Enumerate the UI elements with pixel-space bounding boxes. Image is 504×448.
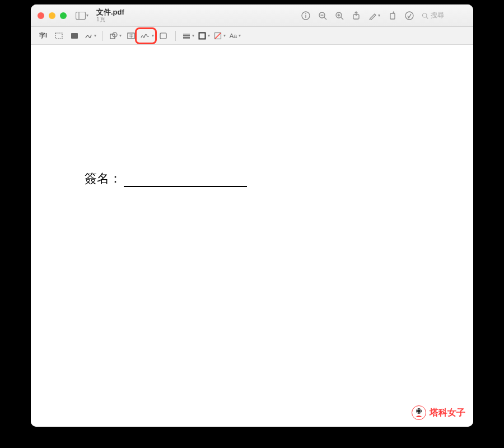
signature-line — [124, 178, 247, 187]
svg-rect-24 — [160, 33, 166, 39]
title-bar: ▾ 文件.pdf 1頁 ▾ — [31, 4, 473, 27]
fill-color-tool[interactable]: ▾ — [213, 30, 226, 42]
chevron-down-icon: ▾ — [223, 33, 226, 38]
chevron-down-icon: ▾ — [119, 33, 122, 38]
text-selection-tool[interactable]: 字I — [36, 30, 50, 42]
rotate-button[interactable] — [388, 11, 397, 20]
svg-line-9 — [341, 17, 343, 20]
svg-line-6 — [324, 17, 326, 20]
svg-rect-14 — [390, 13, 395, 19]
signature-label: 簽名： — [85, 170, 122, 187]
chevron-down-icon: ▾ — [192, 33, 194, 38]
chevron-down-icon: ▾ — [86, 13, 88, 18]
window-controls — [38, 12, 67, 19]
svg-point-31 — [417, 409, 421, 413]
border-color-tool[interactable]: ▾ — [197, 30, 211, 42]
svg-line-17 — [426, 17, 428, 18]
redact-tool[interactable] — [68, 30, 81, 42]
watermark-avatar-icon — [412, 405, 426, 420]
toolbar-right-group: ▾ 搜尋 — [301, 11, 466, 20]
document-title: 文件.pdf — [96, 8, 124, 16]
watermark-text: 塔科女子 — [430, 407, 465, 419]
chevron-down-icon: ▾ — [239, 33, 241, 38]
signature-field: 簽名： — [85, 170, 247, 187]
divider — [102, 31, 103, 41]
shapes-tool[interactable]: ▾ — [109, 30, 122, 42]
highlight-button[interactable] — [405, 11, 414, 20]
minimize-window-button[interactable] — [49, 12, 55, 19]
text-tool[interactable]: 字 — [124, 30, 138, 42]
divider — [175, 31, 176, 41]
share-button[interactable] — [352, 11, 361, 20]
svg-text:字: 字 — [129, 34, 133, 38]
svg-rect-28 — [199, 32, 205, 39]
watermark: 塔科女子 — [412, 405, 465, 420]
text-style-label: Aa — [230, 32, 237, 39]
text-style-tool[interactable]: Aa ▾ — [228, 30, 242, 42]
chevron-down-icon: ▾ — [152, 33, 154, 38]
chevron-down-icon: ▾ — [378, 13, 380, 18]
line-style-tool[interactable]: ▾ — [181, 30, 195, 42]
info-button[interactable] — [301, 11, 310, 20]
svg-point-3 — [305, 13, 306, 14]
markup-button[interactable]: ▾ — [368, 11, 380, 20]
svg-point-16 — [423, 13, 427, 17]
svg-rect-18 — [55, 33, 62, 39]
markup-toolbar: 字I ▾ ▾ 字 ▾ ▾ — [31, 27, 473, 45]
signature-tool[interactable]: ▾ — [140, 30, 154, 42]
chevron-down-icon: ▾ — [94, 33, 96, 38]
note-tool[interactable] — [156, 30, 170, 42]
svg-rect-19 — [71, 33, 78, 39]
title-block: 文件.pdf 1頁 — [96, 8, 124, 22]
page-count: 1頁 — [96, 16, 124, 22]
search-icon — [422, 12, 428, 19]
sidebar-toggle-button[interactable]: ▾ — [76, 12, 88, 20]
zoom-in-button[interactable] — [335, 11, 344, 20]
svg-line-30 — [215, 33, 221, 39]
zoom-out-button[interactable] — [318, 11, 327, 20]
chevron-down-icon: ▾ — [208, 33, 210, 38]
svg-point-15 — [405, 12, 413, 20]
search-field[interactable]: 搜尋 — [422, 11, 466, 20]
maximize-window-button[interactable] — [60, 12, 67, 19]
close-window-button[interactable] — [38, 12, 44, 19]
preview-window: ▾ 文件.pdf 1頁 ▾ — [31, 4, 473, 427]
search-placeholder: 搜尋 — [431, 11, 444, 20]
sketch-tool[interactable]: ▾ — [83, 30, 97, 42]
svg-rect-0 — [76, 12, 86, 19]
rectangular-selection-tool[interactable] — [52, 30, 66, 42]
document-viewport[interactable]: 簽名： 塔科女子 — [31, 45, 473, 427]
